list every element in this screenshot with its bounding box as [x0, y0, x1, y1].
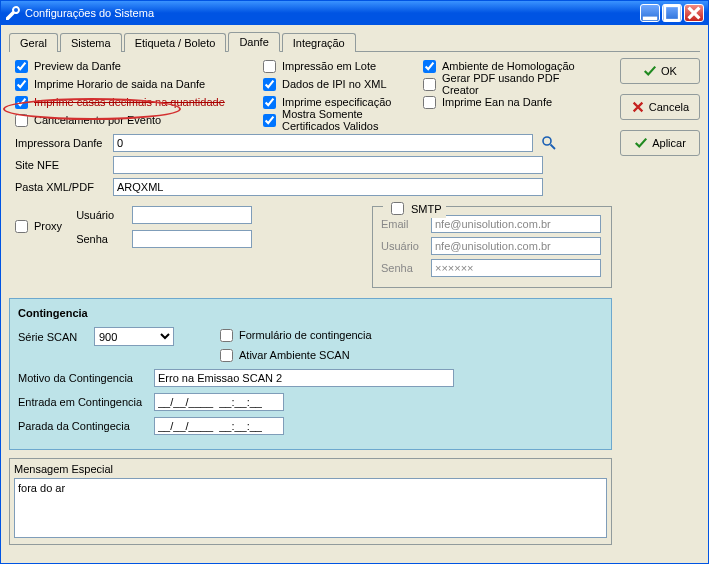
chk-impressao-lote[interactable]: Impressão em Lote [263, 58, 413, 74]
check-icon [634, 136, 648, 150]
side-buttons: OK Cancela Aplicar [620, 58, 700, 545]
system-config-window: Configurações do Sistema Geral Sistema E… [0, 0, 709, 564]
x-icon [631, 100, 645, 114]
smtp-group: SMTP Email Usuário Senha [372, 206, 612, 288]
pasta-input[interactable] [113, 178, 543, 196]
svg-rect-0 [643, 17, 657, 21]
window-title: Configurações do Sistema [25, 7, 640, 19]
proxy-senha-label: Senha [76, 233, 126, 245]
chk-imprime-horario[interactable]: Imprime Horario de saida na Danfe [15, 76, 253, 92]
wrench-icon [5, 5, 21, 21]
mensagem-group: Mensagem Especial fora do ar [9, 458, 612, 545]
impressora-input[interactable] [113, 134, 533, 152]
serie-scan-label: Série SCAN [18, 331, 88, 343]
check-icon [643, 64, 657, 78]
svg-point-2 [543, 137, 551, 145]
smtp-usuario-input [431, 237, 601, 255]
minimize-button[interactable] [640, 4, 660, 22]
contingencia-group: Contingencia Série SCAN 900 Formulário d… [9, 298, 612, 450]
svg-rect-1 [665, 6, 679, 20]
magnify-icon[interactable] [541, 135, 557, 151]
chk-dados-ipi[interactable]: Dados de IPI no XML [263, 76, 413, 92]
chk-casas-decimais[interactable]: Imprime casas decimais na quantidade [15, 94, 253, 110]
check-col-2: Impressão em Lote Dados de IPI no XML Im… [263, 58, 413, 128]
smtp-senha-input [431, 259, 601, 277]
smtp-email-input [431, 215, 601, 233]
tab-geral[interactable]: Geral [9, 33, 58, 52]
check-col-1: Preview da Danfe Imprime Horario de said… [15, 58, 253, 128]
ok-button[interactable]: OK [620, 58, 700, 84]
window-buttons [640, 4, 704, 22]
apply-button[interactable]: Aplicar [620, 130, 700, 156]
client-area: Geral Sistema Etiqueta / Boleto Danfe In… [1, 25, 708, 563]
entrada-input[interactable] [154, 393, 284, 411]
smtp-legend-label: SMTP [411, 203, 442, 215]
titlebar: Configurações do Sistema [1, 1, 708, 25]
chk-mostra-certificados[interactable]: Mostra Somente Certificados Validos [263, 112, 413, 128]
tab-etiqueta[interactable]: Etiqueta / Boleto [124, 33, 227, 52]
pasta-label: Pasta XML/PDF [15, 181, 107, 193]
entrada-label: Entrada em Contingencia [18, 396, 148, 408]
site-nfe-input[interactable] [113, 156, 543, 174]
chk-proxy[interactable]: Proxy [15, 218, 62, 234]
mensagem-textarea[interactable]: fora do ar [14, 478, 607, 538]
check-col-3: Ambiente de Homologação Gerar PDF usando… [423, 58, 593, 128]
chk-formulario-conting[interactable]: Formulário de contingencia [220, 327, 372, 343]
tab-danfe[interactable]: Danfe [228, 32, 279, 52]
contingencia-title: Contingencia [18, 307, 603, 319]
tab-sistema[interactable]: Sistema [60, 33, 122, 52]
smtp-usuario-label: Usuário [381, 240, 425, 252]
chk-imprime-ean[interactable]: Imprime Ean na Danfe [423, 94, 593, 110]
cancel-button[interactable]: Cancela [620, 94, 700, 120]
chk-cancelamento-evento[interactable]: Cancelamento por Evento [15, 112, 253, 128]
motivo-input[interactable] [154, 369, 454, 387]
impressora-label: Impressora Danfe [15, 137, 107, 149]
proxy-usuario-input[interactable] [132, 206, 252, 224]
chk-ativar-scan[interactable]: Ativar Ambiente SCAN [220, 347, 372, 363]
tab-bar: Geral Sistema Etiqueta / Boleto Danfe In… [9, 31, 700, 52]
proxy-usuario-label: Usuário [76, 209, 126, 221]
close-button[interactable] [684, 4, 704, 22]
smtp-email-label: Email [381, 218, 425, 230]
motivo-label: Motivo da Contingencia [18, 372, 148, 384]
chk-gerar-pdf[interactable]: Gerar PDF usando PDF Creator [423, 76, 593, 92]
tab-integracao[interactable]: Integração [282, 33, 356, 52]
smtp-senha-label: Senha [381, 262, 425, 274]
svg-line-3 [551, 145, 556, 150]
proxy-senha-input[interactable] [132, 230, 252, 248]
chk-preview-danfe[interactable]: Preview da Danfe [15, 58, 253, 74]
chk-smtp[interactable] [391, 202, 404, 215]
serie-scan-select[interactable]: 900 [94, 327, 174, 346]
mensagem-label: Mensagem Especial [14, 463, 607, 475]
maximize-button[interactable] [662, 4, 682, 22]
parada-label: Parada da Contingecia [18, 420, 148, 432]
main-panel: Preview da Danfe Imprime Horario de said… [9, 58, 612, 545]
site-nfe-label: Site NFE [15, 159, 107, 171]
parada-input[interactable] [154, 417, 284, 435]
